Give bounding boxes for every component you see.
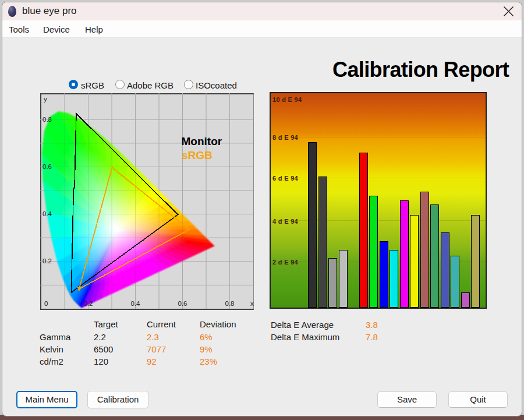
svg-text:sRGB: sRGB	[182, 149, 213, 161]
svg-text:0.4: 0.4	[131, 300, 141, 307]
svg-text:x: x	[250, 300, 254, 307]
svg-text:0.6: 0.6	[43, 163, 52, 170]
svg-text:0.4: 0.4	[43, 210, 52, 217]
svg-text:0: 0	[44, 300, 48, 307]
svg-text:y: y	[44, 96, 47, 103]
svg-text:0.2: 0.2	[84, 300, 93, 307]
svg-text:0.2: 0.2	[43, 257, 52, 264]
svg-text:0.8: 0.8	[225, 300, 235, 307]
svg-text:0.6: 0.6	[178, 300, 187, 307]
svg-text:0.8: 0.8	[43, 116, 52, 123]
svg-text:Monitor: Monitor	[182, 135, 222, 147]
